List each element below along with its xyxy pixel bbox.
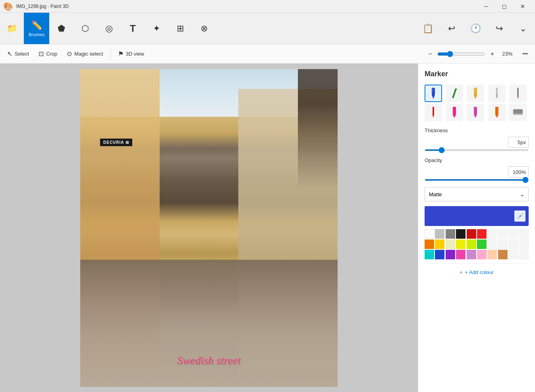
opacity-slider[interactable]	[425, 179, 529, 181]
stickers-icon: ◎	[105, 23, 113, 34]
svg-rect-6	[496, 88, 497, 95]
ribbon-brushes[interactable]: ✏️ Brushes	[24, 13, 49, 44]
color-light-yellow[interactable]	[446, 239, 455, 249]
color-yellow[interactable]	[456, 239, 465, 249]
3d-view-tool[interactable]: ⚑ 3D view	[114, 48, 148, 60]
eyedropper-button[interactable]: 💉	[514, 210, 525, 222]
plus-icon: +	[460, 269, 463, 275]
color-light-gray[interactable]	[435, 229, 444, 239]
svg-marker-7	[517, 97, 519, 99]
svg-rect-9	[453, 107, 456, 115]
history-button[interactable]: 🕐	[464, 13, 487, 44]
opacity-label: Opacity	[425, 157, 529, 163]
brush-pencil-red[interactable]	[425, 104, 442, 121]
select-tool[interactable]: ↖ Select	[3, 48, 33, 60]
expand-button[interactable]: ⌄	[511, 13, 535, 44]
svg-marker-14	[495, 115, 498, 118]
ribbon: 📁 ✏️ Brushes ⬟ ⬡ ◎ T ✦ ⊞ ⊗ 📋 ↩ 🕐 ↪ ⌄	[0, 13, 535, 44]
svg-rect-11	[474, 107, 477, 115]
thickness-slider-row	[425, 149, 529, 151]
svg-marker-12	[474, 115, 477, 118]
minimize-button[interactable]: ─	[477, 0, 495, 13]
maximize-button[interactable]: ◻	[495, 0, 514, 13]
color-swatch-main[interactable]: 💉	[425, 206, 529, 226]
brush-pencil-gray[interactable]	[509, 85, 527, 102]
ribbon-menu[interactable]: 📁	[0, 13, 24, 44]
brush-marker-yellow[interactable]	[467, 85, 484, 102]
color-cyan[interactable]	[425, 250, 434, 259]
crop-tool[interactable]: ⊡ Crop	[35, 48, 61, 60]
window-title: IMG_1299.jpg - Paint 3D	[16, 4, 69, 9]
undo-button[interactable]: ↩	[440, 13, 464, 44]
color-blue[interactable]	[435, 250, 444, 259]
app-icon: 🎨	[3, 2, 13, 11]
zoom-out-button[interactable]: −	[425, 49, 435, 59]
color-white[interactable]	[425, 229, 434, 239]
title-bar-left: 🎨 IMG_1299.jpg - Paint 3D	[3, 2, 69, 11]
brush-marker-magenta[interactable]	[467, 104, 484, 121]
paste-button[interactable]: 📋	[416, 13, 440, 44]
text-icon: T	[130, 23, 136, 34]
color-black[interactable]	[456, 229, 465, 239]
color-light-purple[interactable]	[467, 250, 476, 259]
color-empty3	[508, 229, 518, 239]
color-hot-pink[interactable]	[456, 250, 465, 259]
color-purple[interactable]	[446, 250, 455, 259]
3d-library-icon: ⊗	[201, 23, 208, 34]
ribbon-brushes-label: Brushes	[29, 32, 44, 37]
brush-marker-orange[interactable]	[488, 104, 506, 121]
color-orange[interactable]	[425, 239, 434, 249]
crop-label: Crop	[46, 51, 57, 57]
canvas-icon: ⊞	[177, 23, 184, 34]
zoom-slider[interactable]	[437, 51, 485, 57]
color-empty1	[487, 229, 497, 239]
color-empty4	[519, 229, 529, 239]
thickness-slider[interactable]	[425, 149, 529, 151]
more-options-button[interactable]: •••	[518, 48, 532, 59]
zoom-percentage: 23%	[499, 51, 515, 57]
paste-icon: 📋	[423, 23, 433, 34]
opacity-value: 100%	[508, 166, 529, 178]
color-red[interactable]	[477, 229, 487, 239]
street-text-overlay: Swedish street	[177, 354, 241, 367]
color-green[interactable]	[477, 239, 487, 249]
brush-marker-pink[interactable]	[446, 104, 463, 121]
svg-marker-1	[432, 95, 435, 99]
redo-button[interactable]: ↪	[487, 13, 511, 44]
canvas-area[interactable]: DECURIA ⊞ Swedish street	[0, 64, 418, 392]
redo-icon: ↪	[496, 23, 503, 34]
main-area: DECURIA ⊞ Swedish street Marker	[0, 64, 535, 392]
close-button[interactable]: ✕	[514, 0, 532, 13]
zoom-in-button[interactable]: +	[487, 49, 497, 59]
color-gray[interactable]	[446, 229, 455, 239]
ribbon-effects[interactable]: ✦	[145, 13, 168, 44]
color-dark-red[interactable]	[467, 229, 476, 239]
thickness-label: Thickness	[425, 127, 529, 133]
ribbon-text[interactable]: T	[121, 13, 145, 44]
add-color-button[interactable]: + + Add colour	[425, 263, 529, 278]
eyedropper-icon: 💉	[517, 213, 523, 219]
color-yellow-orange[interactable]	[435, 239, 444, 249]
brush-pen-light[interactable]	[488, 85, 506, 102]
magic-select-tool[interactable]: ⊙ Magic select	[63, 48, 107, 60]
ribbon-3d-shapes[interactable]: ⬡	[73, 13, 97, 44]
undo-icon: ↩	[448, 23, 455, 34]
ribbon-3d-library[interactable]: ⊗	[192, 13, 216, 44]
color-brown[interactable]	[498, 250, 508, 259]
color-yellow-green[interactable]	[467, 239, 476, 249]
texture-dropdown[interactable]: Matte ⌄	[425, 187, 529, 201]
ribbon-2d-shapes[interactable]: ⬟	[49, 13, 73, 44]
effects-icon: ✦	[153, 23, 160, 34]
color-empty8	[519, 239, 529, 249]
shop-sign: DECURIA ⊞	[100, 139, 132, 146]
ribbon-canvas[interactable]: ⊞	[168, 13, 192, 44]
toolbar-sep-1	[110, 48, 111, 60]
color-peach[interactable]	[487, 250, 497, 259]
brush-eraser[interactable]	[509, 104, 527, 121]
svg-marker-8	[433, 116, 434, 118]
brush-marker-blue[interactable]	[425, 85, 442, 102]
color-light-pink[interactable]	[477, 250, 487, 259]
brush-calligraphy[interactable]	[446, 85, 463, 102]
ribbon-stickers[interactable]: ◎	[97, 13, 121, 44]
expand-icon: ⌄	[520, 23, 527, 34]
